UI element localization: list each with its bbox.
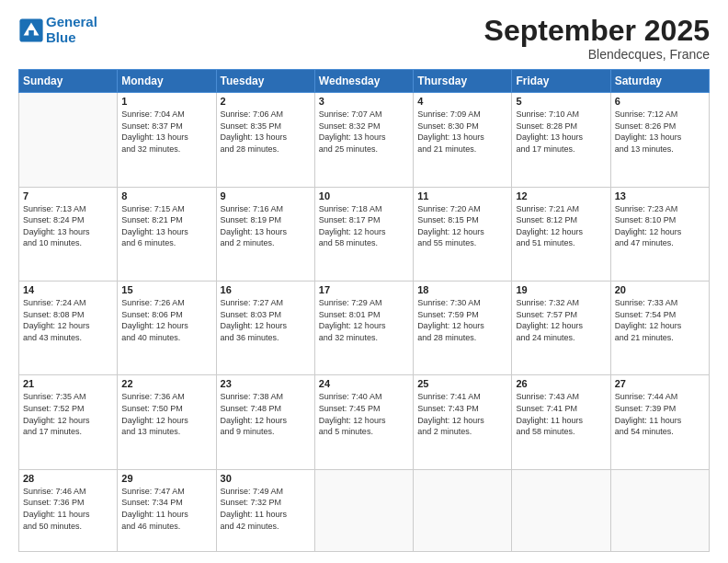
day-info: Sunrise: 7:46 AM Sunset: 7:36 PM Dayligh… xyxy=(23,486,113,532)
calendar-cell: 6Sunrise: 7:12 AM Sunset: 8:26 PM Daylig… xyxy=(610,93,709,187)
logo-icon xyxy=(18,17,44,43)
day-info: Sunrise: 7:21 AM Sunset: 8:12 PM Dayligh… xyxy=(516,203,606,249)
day-info: Sunrise: 7:27 AM Sunset: 8:03 PM Dayligh… xyxy=(221,297,311,343)
calendar-cell xyxy=(512,469,610,551)
calendar-cell: 9Sunrise: 7:16 AM Sunset: 8:19 PM Daylig… xyxy=(216,187,314,281)
day-number: 17 xyxy=(319,284,409,295)
calendar-week-row: 21Sunrise: 7:35 AM Sunset: 7:52 PM Dayli… xyxy=(19,375,710,469)
day-info: Sunrise: 7:36 AM Sunset: 7:50 PM Dayligh… xyxy=(121,391,211,437)
day-number: 13 xyxy=(615,190,705,201)
day-info: Sunrise: 7:47 AM Sunset: 7:34 PM Dayligh… xyxy=(121,486,211,532)
calendar-cell: 28Sunrise: 7:46 AM Sunset: 7:36 PM Dayli… xyxy=(19,469,118,551)
location: Blendecques, France xyxy=(484,47,710,62)
day-number: 28 xyxy=(23,473,113,484)
page: General Blue September 2025 Blendecques,… xyxy=(0,0,728,563)
calendar-table: SundayMondayTuesdayWednesdayThursdayFrid… xyxy=(18,69,710,552)
header: General Blue September 2025 Blendecques,… xyxy=(18,15,710,62)
day-number: 19 xyxy=(516,284,606,295)
calendar-cell: 16Sunrise: 7:27 AM Sunset: 8:03 PM Dayli… xyxy=(216,282,314,375)
calendar-cell: 15Sunrise: 7:26 AM Sunset: 8:06 PM Dayli… xyxy=(118,282,216,375)
calendar-cell: 1Sunrise: 7:04 AM Sunset: 8:37 PM Daylig… xyxy=(118,93,216,187)
calendar-cell xyxy=(414,469,512,551)
calendar-week-row: 14Sunrise: 7:24 AM Sunset: 8:08 PM Dayli… xyxy=(19,282,710,375)
day-info: Sunrise: 7:16 AM Sunset: 8:19 PM Dayligh… xyxy=(221,203,311,249)
calendar-cell: 20Sunrise: 7:33 AM Sunset: 7:54 PM Dayli… xyxy=(610,282,709,375)
calendar-cell: 29Sunrise: 7:47 AM Sunset: 7:34 PM Dayli… xyxy=(118,469,216,551)
svg-rect-2 xyxy=(28,30,34,38)
weekday-header-monday: Monday xyxy=(118,70,216,93)
calendar-cell: 14Sunrise: 7:24 AM Sunset: 8:08 PM Dayli… xyxy=(19,282,118,375)
day-info: Sunrise: 7:07 AM Sunset: 8:32 PM Dayligh… xyxy=(319,109,409,155)
day-number: 26 xyxy=(516,378,606,389)
calendar-cell: 19Sunrise: 7:32 AM Sunset: 7:57 PM Dayli… xyxy=(512,282,610,375)
day-info: Sunrise: 7:32 AM Sunset: 7:57 PM Dayligh… xyxy=(516,297,606,343)
logo-text: General Blue xyxy=(46,15,97,45)
day-info: Sunrise: 7:33 AM Sunset: 7:54 PM Dayligh… xyxy=(615,297,705,343)
calendar-cell: 17Sunrise: 7:29 AM Sunset: 8:01 PM Dayli… xyxy=(314,282,413,375)
day-number: 1 xyxy=(121,96,211,107)
day-number: 30 xyxy=(221,473,311,484)
day-number: 14 xyxy=(23,284,113,295)
weekday-header-wednesday: Wednesday xyxy=(314,70,413,93)
day-info: Sunrise: 7:30 AM Sunset: 7:59 PM Dayligh… xyxy=(417,297,507,343)
day-number: 21 xyxy=(23,378,113,389)
weekday-header-thursday: Thursday xyxy=(414,70,512,93)
calendar-week-row: 1Sunrise: 7:04 AM Sunset: 8:37 PM Daylig… xyxy=(19,93,710,187)
day-info: Sunrise: 7:12 AM Sunset: 8:26 PM Dayligh… xyxy=(615,109,705,155)
calendar-cell: 11Sunrise: 7:20 AM Sunset: 8:15 PM Dayli… xyxy=(414,187,512,281)
day-number: 2 xyxy=(221,96,311,107)
day-number: 6 xyxy=(615,96,705,107)
day-info: Sunrise: 7:44 AM Sunset: 7:39 PM Dayligh… xyxy=(615,391,705,437)
day-info: Sunrise: 7:29 AM Sunset: 8:01 PM Dayligh… xyxy=(319,297,409,343)
calendar-cell: 22Sunrise: 7:36 AM Sunset: 7:50 PM Dayli… xyxy=(118,375,216,469)
day-number: 23 xyxy=(221,378,311,389)
day-info: Sunrise: 7:13 AM Sunset: 8:24 PM Dayligh… xyxy=(23,203,113,249)
day-number: 10 xyxy=(319,190,409,201)
calendar-cell xyxy=(19,93,118,187)
day-number: 3 xyxy=(319,96,409,107)
day-number: 24 xyxy=(319,378,409,389)
day-number: 4 xyxy=(417,96,507,107)
day-info: Sunrise: 7:15 AM Sunset: 8:21 PM Dayligh… xyxy=(121,203,211,249)
day-info: Sunrise: 7:26 AM Sunset: 8:06 PM Dayligh… xyxy=(121,297,211,343)
day-info: Sunrise: 7:18 AM Sunset: 8:17 PM Dayligh… xyxy=(319,203,409,249)
calendar-cell: 30Sunrise: 7:49 AM Sunset: 7:32 PM Dayli… xyxy=(216,469,314,551)
calendar-cell: 2Sunrise: 7:06 AM Sunset: 8:35 PM Daylig… xyxy=(216,93,314,187)
calendar-cell: 7Sunrise: 7:13 AM Sunset: 8:24 PM Daylig… xyxy=(19,187,118,281)
day-info: Sunrise: 7:24 AM Sunset: 8:08 PM Dayligh… xyxy=(23,297,113,343)
calendar-cell: 12Sunrise: 7:21 AM Sunset: 8:12 PM Dayli… xyxy=(512,187,610,281)
title-block: September 2025 Blendecques, France xyxy=(484,15,710,62)
weekday-header-friday: Friday xyxy=(512,70,610,93)
day-number: 29 xyxy=(121,473,211,484)
day-info: Sunrise: 7:43 AM Sunset: 7:41 PM Dayligh… xyxy=(516,391,606,437)
day-info: Sunrise: 7:49 AM Sunset: 7:32 PM Dayligh… xyxy=(221,486,311,532)
day-info: Sunrise: 7:41 AM Sunset: 7:43 PM Dayligh… xyxy=(417,391,507,437)
day-number: 20 xyxy=(615,284,705,295)
day-info: Sunrise: 7:04 AM Sunset: 8:37 PM Dayligh… xyxy=(121,109,211,155)
calendar-cell xyxy=(314,469,413,551)
day-number: 25 xyxy=(417,378,507,389)
calendar-cell: 23Sunrise: 7:38 AM Sunset: 7:48 PM Dayli… xyxy=(216,375,314,469)
logo: General Blue xyxy=(18,15,97,45)
calendar-cell: 3Sunrise: 7:07 AM Sunset: 8:32 PM Daylig… xyxy=(314,93,413,187)
day-info: Sunrise: 7:40 AM Sunset: 7:45 PM Dayligh… xyxy=(319,391,409,437)
calendar-cell: 18Sunrise: 7:30 AM Sunset: 7:59 PM Dayli… xyxy=(414,282,512,375)
day-info: Sunrise: 7:20 AM Sunset: 8:15 PM Dayligh… xyxy=(417,203,507,249)
day-number: 7 xyxy=(23,190,113,201)
weekday-header-tuesday: Tuesday xyxy=(216,70,314,93)
day-number: 5 xyxy=(516,96,606,107)
calendar-cell xyxy=(610,469,709,551)
day-number: 8 xyxy=(121,190,211,201)
month-title: September 2025 xyxy=(484,15,710,47)
calendar-cell: 27Sunrise: 7:44 AM Sunset: 7:39 PM Dayli… xyxy=(610,375,709,469)
day-number: 11 xyxy=(417,190,507,201)
day-number: 15 xyxy=(121,284,211,295)
day-info: Sunrise: 7:35 AM Sunset: 7:52 PM Dayligh… xyxy=(23,391,113,437)
weekday-header-sunday: Sunday xyxy=(19,70,118,93)
calendar-week-row: 28Sunrise: 7:46 AM Sunset: 7:36 PM Dayli… xyxy=(19,469,710,551)
weekday-header-row: SundayMondayTuesdayWednesdayThursdayFrid… xyxy=(19,70,710,93)
day-number: 22 xyxy=(121,378,211,389)
day-number: 16 xyxy=(221,284,311,295)
day-info: Sunrise: 7:06 AM Sunset: 8:35 PM Dayligh… xyxy=(221,109,311,155)
day-info: Sunrise: 7:10 AM Sunset: 8:28 PM Dayligh… xyxy=(516,109,606,155)
